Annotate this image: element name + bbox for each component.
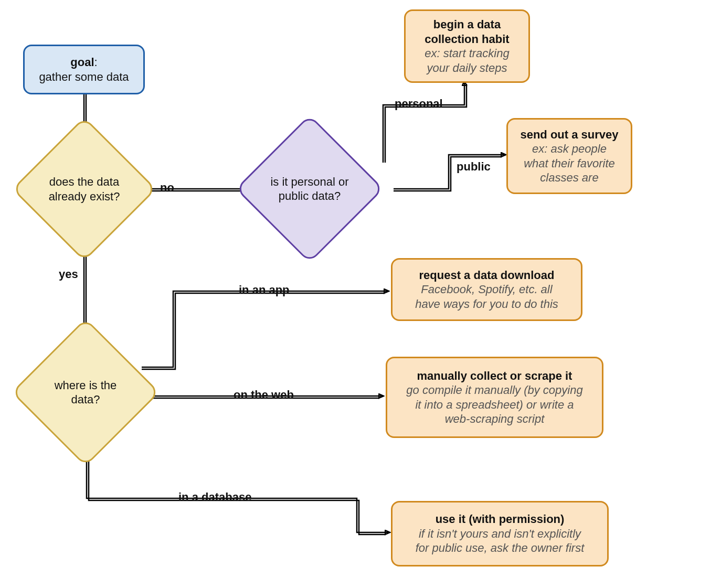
edge-label-on-web: on the web (234, 388, 294, 402)
decision-exist: does the data already exist? (33, 138, 135, 240)
node-survey-sub: ex: ask people what their favorite class… (524, 142, 615, 185)
node-survey-title: send out a survey (520, 127, 618, 142)
edge-label-personal: personal (395, 97, 443, 111)
node-download: request a data download Facebook, Spotif… (391, 258, 582, 321)
decision-personal-public: is it personal or public data? (257, 136, 362, 241)
node-habit: begin a data collection habit ex: start … (404, 9, 530, 83)
node-goal: goal: gather some data (23, 45, 145, 94)
node-scrape-sub: go compile it manually (by copying it in… (406, 383, 582, 426)
decision-exist-text: does the data already exist? (49, 175, 120, 204)
node-scrape: manually collect or scrape it go compile… (386, 357, 603, 438)
node-goal-subtitle: gather some data (39, 70, 129, 83)
flowchart-canvas: { "nodes": { "goal": { "title": "goal", … (0, 0, 721, 588)
node-goal-title: goal (70, 56, 94, 69)
node-download-sub: Facebook, Spotify, etc. all have ways fo… (415, 282, 558, 311)
node-scrape-title: manually collect or scrape it (417, 369, 572, 383)
edge-label-yes: yes (59, 268, 78, 281)
edge-label-in-app: in an app (239, 283, 290, 297)
node-survey: send out a survey ex: ask people what th… (506, 118, 632, 194)
node-goal-text: goal: gather some data (39, 55, 129, 84)
edge-label-no: no (160, 181, 174, 195)
decision-personal-public-text: is it personal or public data? (270, 175, 348, 204)
node-useit: use it (with permission) if it isn't you… (391, 501, 609, 566)
decision-where: where is the data? (33, 340, 138, 445)
edge-label-public: public (457, 160, 491, 174)
node-habit-sub: ex: start tracking your daily steps (425, 46, 509, 75)
node-habit-title: begin a data collection habit (425, 17, 509, 46)
node-download-title: request a data download (419, 268, 555, 283)
node-useit-sub: if it isn't yours and isn't explicitly f… (416, 527, 585, 555)
decision-where-text: where is the data? (55, 378, 117, 407)
node-useit-title: use it (with permission) (436, 512, 565, 527)
edge-label-in-db: in a database (178, 490, 251, 504)
